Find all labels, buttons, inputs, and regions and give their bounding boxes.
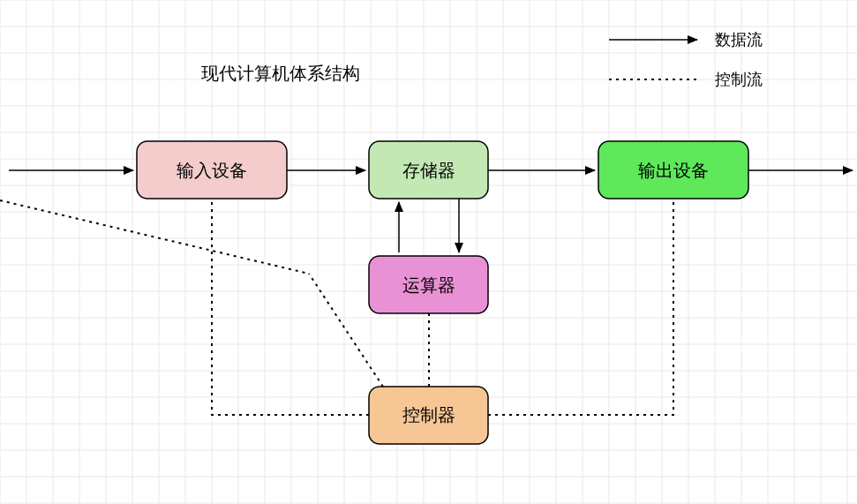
input-device-label: 输入设备: [177, 161, 247, 180]
ctrl-controller-output: [488, 199, 673, 415]
diagram-canvas: 现代计算机体系结构 数据流 控制流 输入设备 存储器 输出设备 运算器 控制器: [0, 0, 857, 504]
controller-label: 控制器: [402, 405, 455, 425]
legend-data-flow-label: 数据流: [715, 31, 763, 49]
storage-label: 存储器: [402, 161, 455, 180]
ctrl-controller-input: [212, 199, 369, 415]
ctrl-storage-diag-left: [0, 200, 309, 274]
diagram-title: 现代计算机体系结构: [201, 64, 360, 83]
alu-label: 运算器: [402, 275, 455, 295]
output-device-label: 输出设备: [638, 161, 709, 180]
legend-control-flow-label: 控制流: [715, 71, 763, 88]
